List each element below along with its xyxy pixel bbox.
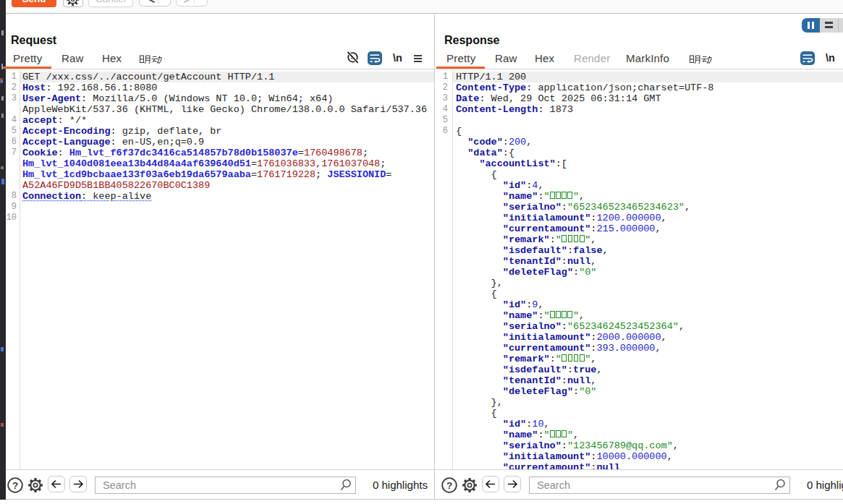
svg-text:?: ? <box>446 480 452 491</box>
svg-text:?: ? <box>12 480 18 491</box>
